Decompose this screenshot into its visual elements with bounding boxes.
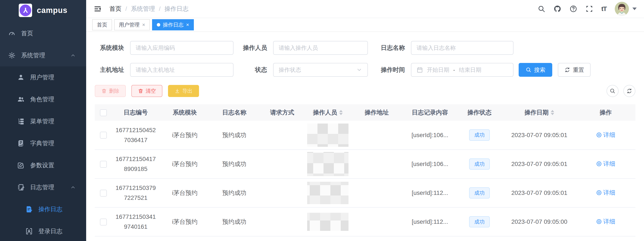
export-button[interactable]: 导出 — [168, 85, 199, 97]
sort-date[interactable] — [551, 110, 554, 115]
status-badge: 成功 — [469, 158, 490, 170]
detail-link[interactable]: 详细 — [596, 189, 615, 197]
row-checkbox[interactable] — [100, 190, 107, 197]
status-select-value: 操作状态 — [279, 66, 301, 74]
download-icon — [174, 88, 180, 94]
status-select[interactable]: 操作状态 — [273, 63, 368, 77]
sidebar-item-menus[interactable]: 菜单管理 — [0, 110, 86, 132]
status-badge: 成功 — [469, 216, 490, 228]
sidebar-item-parameters[interactable]: 参数设置 — [0, 154, 86, 176]
clear-button-label: 清空 — [146, 88, 156, 94]
eye-icon — [596, 190, 602, 196]
delete-button-label: 删除 — [109, 88, 119, 94]
font-size-icon[interactable]: tT — [601, 5, 606, 13]
help-icon[interactable] — [570, 5, 577, 13]
operator-redacted — [307, 213, 348, 231]
app-logo[interactable]: Y campus — [0, 0, 86, 21]
time-label: 操作时间 — [378, 66, 405, 74]
host-input[interactable] — [136, 67, 228, 73]
chevron-up-icon — [70, 53, 76, 58]
sidebar-item-operation-log[interactable]: 操作日志 — [0, 198, 86, 220]
search-button-label: 搜索 — [534, 66, 545, 74]
detail-link[interactable]: 详细 — [596, 131, 615, 139]
sidebar-item-logs[interactable]: 日志管理 — [0, 176, 86, 198]
close-icon[interactable]: × — [186, 22, 189, 28]
log-content: [userId]:106... — [404, 150, 456, 178]
logname-input[interactable] — [416, 45, 508, 51]
sidebar-item-label: 菜单管理 — [30, 117, 54, 125]
dictionary-icon — [17, 140, 24, 147]
calendar-icon — [416, 67, 423, 73]
chevron-up-icon — [70, 184, 76, 190]
trash-icon — [138, 88, 144, 94]
sidebar-item-dictionary[interactable]: 字典管理 — [0, 132, 86, 154]
user-menu[interactable] — [615, 2, 637, 16]
row-checkbox[interactable] — [100, 161, 107, 168]
delete-button[interactable]: 删除 — [95, 85, 126, 97]
table-toolbar: 删除 清空 导出 — [95, 85, 636, 97]
log-name: 预约成功 — [210, 207, 258, 236]
clear-button[interactable]: 清空 — [132, 85, 162, 97]
col-method: 请求方式 — [258, 104, 306, 121]
table-row: 1677121504527036417 i茅台预约 预约成功 [userId]:… — [95, 121, 636, 150]
log-name: 预约成功 — [210, 178, 258, 207]
search-icon[interactable] — [538, 5, 545, 13]
table-tools — [606, 85, 636, 97]
tab-user-management[interactable]: 用户管理 × — [114, 19, 150, 30]
tab-operation-log[interactable]: 操作日志 × — [152, 19, 194, 30]
tab-label: 用户管理 — [119, 21, 140, 28]
operator-redacted — [307, 124, 348, 147]
trash-icon — [101, 88, 107, 94]
table-row: 1677121503797227521 i茅台预约 预约成功 [userId]:… — [95, 178, 636, 207]
log-method — [258, 178, 306, 207]
row-checkbox[interactable] — [100, 132, 107, 139]
sidebar-item-login-log[interactable]: 登录日志 — [0, 220, 86, 241]
sort-operator[interactable] — [339, 110, 343, 115]
operator-redacted — [307, 182, 348, 204]
detail-link-label: 详细 — [603, 131, 615, 139]
edit-square-icon — [17, 162, 24, 169]
sidebar-item-label: 用户管理 — [30, 73, 54, 82]
log-address — [350, 207, 404, 236]
end-date-placeholder: 结束日期 — [459, 66, 482, 74]
tab-home[interactable]: 首页 — [92, 19, 112, 30]
detail-link[interactable]: 详细 — [596, 217, 615, 226]
breadcrumb-section[interactable]: 系统管理 — [131, 5, 155, 13]
log-address — [350, 121, 404, 150]
search-button[interactable]: 搜索 — [519, 63, 552, 77]
sidebar-item-home[interactable]: 首页 — [0, 23, 86, 44]
detail-link-label: 详细 — [603, 160, 615, 168]
breadcrumb-home[interactable]: 首页 — [110, 5, 122, 13]
log-date: 2023-07-07 09:05:00 — [503, 207, 576, 236]
sidebar-item-system[interactable]: 系统管理 — [0, 44, 86, 66]
sidebar-item-roles[interactable]: 角色管理 — [0, 88, 86, 110]
tab-label: 首页 — [97, 21, 107, 28]
fullscreen-icon[interactable] — [586, 5, 593, 13]
breadcrumb-current: 操作日志 — [164, 5, 189, 13]
collapse-sidebar-icon[interactable] — [94, 5, 102, 13]
avatar[interactable] — [615, 2, 629, 16]
operator-redacted — [307, 152, 348, 176]
date-range-picker[interactable]: 开始日期 - 结束日期 — [411, 63, 514, 77]
reset-button[interactable]: 重置 — [558, 63, 590, 77]
sidebar-item-label: 系统管理 — [21, 51, 45, 60]
github-icon[interactable] — [554, 5, 561, 13]
col-action: 操作 — [576, 104, 636, 121]
sidebar-item-users[interactable]: 用户管理 — [0, 66, 86, 88]
table-refresh-button[interactable] — [623, 85, 636, 97]
logname-label: 日志名称 — [378, 44, 405, 52]
col-module: 系统模块 — [160, 104, 210, 121]
row-checkbox[interactable] — [100, 218, 107, 225]
tab-label: 操作日志 — [163, 21, 184, 28]
close-icon[interactable]: × — [142, 22, 145, 28]
select-all-checkbox[interactable] — [100, 109, 107, 116]
table-search-button[interactable] — [606, 85, 618, 97]
log-id: 1677121503419740161 — [114, 212, 157, 232]
module-input[interactable] — [136, 45, 228, 51]
operator-input[interactable] — [279, 45, 362, 51]
detail-link[interactable]: 详细 — [596, 160, 615, 168]
table-row: 1677121503419740161 i茅台预约 预约成功 [userId]:… — [95, 207, 636, 236]
operator-input-wrap — [273, 41, 368, 55]
log-date: 2023-07-07 09:05:01 — [503, 150, 576, 178]
log-id: 1677121504178909185 — [114, 154, 157, 174]
